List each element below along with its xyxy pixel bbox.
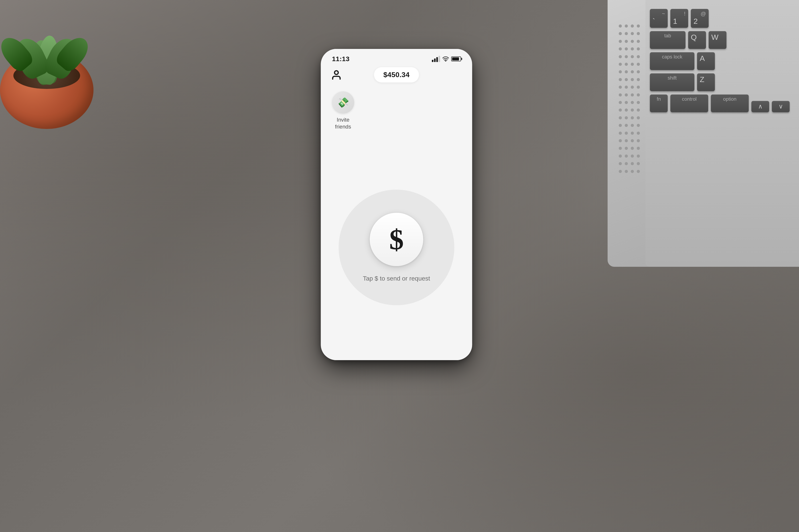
speaker-dot — [625, 139, 628, 142]
tap-hint: Tap $ to send or request — [363, 275, 430, 282]
speaker-dot — [637, 48, 640, 51]
friends-section: 💸 Invite friends — [321, 87, 472, 134]
key-fn-label: fn — [657, 96, 661, 102]
key-arrow-down[interactable]: ∨ — [772, 101, 789, 112]
speaker-dot — [637, 170, 640, 173]
key-1[interactable]: ! 1 — [670, 9, 688, 28]
key-z-main: Z — [700, 75, 704, 84]
speaker-dot — [631, 154, 634, 158]
speaker-dot — [631, 101, 634, 104]
key-control[interactable]: control — [670, 94, 708, 112]
key-z[interactable]: Z — [697, 73, 715, 91]
speaker-dot — [631, 132, 634, 135]
speaker-dot — [637, 132, 640, 135]
speaker-dot — [637, 78, 640, 81]
key-2[interactable]: @ 2 — [691, 9, 709, 28]
invite-friends-emoji: 💸 — [337, 97, 349, 108]
key-w[interactable]: W — [709, 31, 726, 49]
balance-pill[interactable]: $450.34 — [374, 67, 419, 82]
speaker-dot — [619, 86, 622, 89]
signal-bar-2 — [434, 58, 436, 62]
speaker-dot — [619, 132, 622, 135]
speaker-dot — [619, 70, 622, 73]
signal-bar-1 — [432, 60, 433, 62]
key-option-label: option — [723, 96, 737, 102]
speaker-dot — [637, 139, 640, 142]
arrow-down-icon: ∨ — [779, 103, 783, 110]
speaker-dot — [625, 48, 628, 51]
svg-point-1 — [334, 71, 338, 75]
key-a-main: A — [700, 54, 705, 63]
speaker-dot — [631, 70, 634, 73]
speaker-dot — [637, 55, 640, 58]
speaker-dot — [625, 147, 628, 150]
key-capslock-label: caps lock — [662, 54, 683, 60]
speaker-dot — [625, 55, 628, 58]
key-arrow-up[interactable]: ∧ — [751, 101, 769, 112]
invite-friends-item[interactable]: 💸 Invite friends — [330, 91, 356, 130]
speaker-dot — [631, 86, 634, 89]
speaker-dot — [637, 147, 640, 150]
key-tab-label: tab — [664, 33, 671, 39]
dollar-button[interactable]: $ — [370, 213, 423, 266]
main-area: $ Tap $ to send or request — [321, 134, 472, 360]
profile-button[interactable] — [330, 68, 343, 81]
speaker-dot — [625, 40, 628, 43]
speaker-dot — [637, 63, 640, 66]
status-time: 11:13 — [332, 55, 349, 63]
key-1-main: 1 — [673, 17, 677, 25]
key-capslock[interactable]: caps lock — [650, 52, 694, 70]
speaker-dot — [619, 93, 622, 96]
speaker-dot — [631, 93, 634, 96]
invite-friends-label: Invite friends — [330, 116, 356, 130]
speaker-dot — [637, 24, 640, 27]
phone-screen: 11:13 — [321, 49, 472, 360]
key-option[interactable]: option — [711, 94, 749, 112]
speaker-dot — [637, 86, 640, 89]
signal-icon — [432, 56, 440, 62]
speaker-dot — [631, 170, 634, 173]
key-shift[interactable]: shift — [650, 73, 694, 91]
key-tilde[interactable]: ~ ` — [650, 9, 668, 28]
speaker-dot — [631, 55, 634, 58]
key-tab[interactable]: tab — [650, 31, 686, 49]
speaker-dot — [619, 48, 622, 51]
speaker-dot — [619, 109, 622, 112]
speaker-dot — [631, 40, 634, 43]
speaker-dot — [631, 63, 634, 66]
key-2-main: 2 — [693, 17, 698, 25]
speaker-dot — [625, 86, 628, 89]
speaker-dot — [631, 78, 634, 81]
key-2-top: @ — [701, 11, 706, 17]
speaker-dot — [625, 132, 628, 135]
status-icons — [432, 56, 461, 62]
key-a[interactable]: A — [697, 52, 715, 70]
key-fn[interactable]: fn — [650, 94, 668, 112]
battery-icon — [451, 56, 461, 61]
key-q-main: Q — [691, 33, 697, 42]
key-q[interactable]: Q — [688, 31, 706, 49]
signal-bar-3 — [436, 57, 438, 62]
speaker-dot — [637, 93, 640, 96]
laptop-body: // Will be rendered via JS below ~ ` ! 1… — [607, 0, 799, 267]
speaker-dot — [619, 147, 622, 150]
profile-icon — [331, 69, 342, 80]
speaker-dot — [619, 154, 622, 158]
svg-point-0 — [446, 61, 446, 61]
speaker-dot — [619, 170, 622, 173]
speaker-dot — [637, 116, 640, 119]
key-shift-label: shift — [668, 75, 677, 81]
speaker-dot — [631, 124, 634, 127]
key-row-2: tab Q W — [650, 31, 795, 49]
speaker-dot — [619, 139, 622, 142]
speaker-dot — [637, 154, 640, 158]
speaker-dot — [625, 78, 628, 81]
plant-leaves — [0, 0, 89, 84]
speaker-dot — [637, 124, 640, 127]
balance-amount: $450.34 — [383, 71, 410, 79]
invite-friends-avatar: 💸 — [332, 91, 354, 114]
speaker-dot — [625, 32, 628, 35]
speaker-dot — [625, 124, 628, 127]
succulent-plant — [0, 0, 133, 129]
speaker-dot — [625, 109, 628, 112]
